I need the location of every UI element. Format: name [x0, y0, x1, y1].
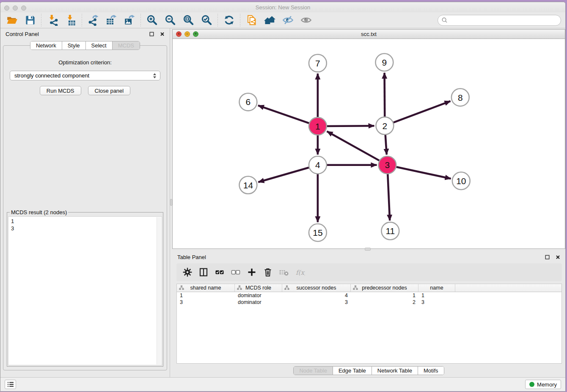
close-window-button[interactable]: [4, 6, 9, 11]
column-header-MCDS-role[interactable]: MCDS role: [235, 284, 282, 292]
table-row[interactable]: 3dominator323: [177, 299, 561, 306]
edge-3-1[interactable]: [327, 131, 380, 161]
node-3[interactable]: 3: [378, 156, 396, 174]
add-column-icon[interactable]: [246, 267, 257, 278]
export-image-icon[interactable]: [122, 14, 137, 27]
table-cell[interactable]: 1: [418, 292, 455, 299]
import-table-icon[interactable]: [63, 14, 78, 27]
close-table-panel-icon[interactable]: [556, 255, 560, 259]
node-9[interactable]: 9: [375, 54, 393, 71]
node-7[interactable]: 7: [309, 54, 327, 72]
node-11[interactable]: 11: [381, 222, 399, 240]
column-header-name[interactable]: name: [418, 284, 455, 292]
node-8[interactable]: 8: [451, 88, 469, 106]
node-15[interactable]: 15: [309, 224, 327, 241]
column-header-shared-name[interactable]: shared name: [177, 284, 235, 292]
show-details-icon[interactable]: [299, 14, 313, 27]
clear-table-icon: [278, 267, 289, 278]
horizontal-splitter-handle[interactable]: [365, 248, 371, 251]
edge-3-11[interactable]: [388, 173, 390, 221]
node-1[interactable]: 1: [309, 117, 327, 135]
hide-details-icon[interactable]: [281, 14, 295, 27]
edge-1-6[interactable]: [258, 105, 310, 124]
criterion-select[interactable]: strongly connected component: [10, 71, 160, 80]
edge-2-8[interactable]: [392, 101, 450, 123]
minimize-network-button[interactable]: −: [184, 31, 190, 37]
table-cell[interactable]: 2: [351, 299, 418, 306]
minimize-window-button[interactable]: [13, 6, 18, 11]
node-10[interactable]: 10: [452, 172, 470, 190]
save-session-icon[interactable]: [23, 14, 37, 27]
mcds-panel: Optimization criterion: strongly connect…: [3, 45, 167, 370]
split-view-icon[interactable]: [198, 267, 209, 278]
refresh-icon[interactable]: [222, 14, 236, 27]
svg-text:15: 15: [313, 228, 322, 237]
float-panel-icon[interactable]: [149, 32, 154, 36]
float-table-panel-icon[interactable]: [545, 255, 550, 259]
import-network-icon[interactable]: [45, 14, 60, 27]
svg-text:4: 4: [315, 160, 320, 170]
table-cell[interactable]: 1: [351, 292, 418, 299]
result-scrollbar[interactable]: [157, 217, 161, 364]
edge-2-3[interactable]: [385, 134, 387, 155]
mcds-result-box[interactable]: 1 3: [8, 216, 162, 365]
zoom-in-icon[interactable]: [145, 14, 159, 27]
tab-style[interactable]: Style: [62, 41, 86, 50]
open-file-icon[interactable]: [5, 14, 19, 27]
close-panel-icon[interactable]: [160, 32, 165, 36]
table-cell[interactable]: 3: [418, 299, 455, 306]
edge-3-10[interactable]: [395, 167, 451, 179]
table-cell[interactable]: 3: [177, 299, 235, 306]
tab-node-table[interactable]: Node Table: [294, 367, 333, 375]
maximize-window-button[interactable]: [21, 6, 26, 11]
zoom-selected-icon[interactable]: [199, 14, 214, 27]
unselect-all-columns-icon[interactable]: [230, 267, 241, 278]
run-mcds-button[interactable]: Run MCDS: [40, 86, 81, 95]
table-cell[interactable]: dominator: [235, 292, 282, 299]
home-layout-icon[interactable]: [262, 14, 277, 27]
search-field[interactable]: [438, 15, 561, 26]
network-canvas[interactable]: 1234678910111415: [173, 39, 565, 248]
table-cell[interactable]: dominator: [235, 299, 282, 306]
zoom-out-icon[interactable]: [163, 14, 177, 27]
table-cell[interactable]: 1: [177, 292, 235, 299]
node-4[interactable]: 4: [309, 156, 327, 174]
tab-motifs[interactable]: Motifs: [418, 367, 444, 375]
table-panel: Table Panel f(x) shared nameMCDS rolesuc…: [172, 251, 565, 377]
node-2[interactable]: 2: [376, 117, 394, 134]
tab-network[interactable]: Network: [30, 41, 62, 50]
select-all-columns-icon[interactable]: [214, 267, 225, 278]
node-6[interactable]: 6: [239, 93, 257, 110]
search-input[interactable]: [450, 17, 557, 23]
task-history-button[interactable]: [5, 380, 16, 389]
close-panel-button[interactable]: Close panel: [88, 86, 131, 95]
node-14[interactable]: 14: [239, 176, 257, 193]
search-icon: [441, 17, 448, 23]
edge-4-14[interactable]: [258, 167, 310, 182]
duplicate-network-icon[interactable]: [244, 14, 259, 27]
tab-edge-table[interactable]: Edge Table: [333, 367, 372, 375]
edge-1-2[interactable]: [326, 126, 374, 126]
tab-mcds[interactable]: MCDS: [113, 41, 140, 50]
column-header-successor-nodes[interactable]: successor nodes: [282, 284, 351, 292]
close-network-button[interactable]: ×: [176, 31, 182, 37]
toolbar-separator: [140, 14, 141, 27]
maximize-network-button[interactable]: +: [193, 31, 198, 37]
table-cell[interactable]: 3: [282, 299, 351, 306]
horizontal-splitter[interactable]: [172, 249, 565, 251]
settings-gear-icon[interactable]: [182, 267, 193, 278]
edge-2-9[interactable]: [385, 73, 385, 118]
tab-select[interactable]: Select: [86, 41, 113, 50]
column-label: successor nodes: [297, 285, 336, 291]
memory-button[interactable]: Memory: [525, 380, 561, 389]
table-cell[interactable]: 4: [282, 292, 351, 299]
control-panel-header: Control Panel: [0, 28, 170, 39]
export-table-icon[interactable]: [104, 14, 118, 27]
toolbar-buttons: [5, 14, 313, 27]
delete-column-icon[interactable]: [262, 267, 273, 278]
export-network-icon[interactable]: [86, 14, 100, 27]
zoom-fit-icon[interactable]: [181, 14, 195, 27]
tab-network-table[interactable]: Network Table: [372, 367, 418, 375]
table-row[interactable]: 1dominator411: [177, 292, 561, 299]
column-header-predecessor-nodes[interactable]: predecessor nodes: [351, 284, 418, 292]
